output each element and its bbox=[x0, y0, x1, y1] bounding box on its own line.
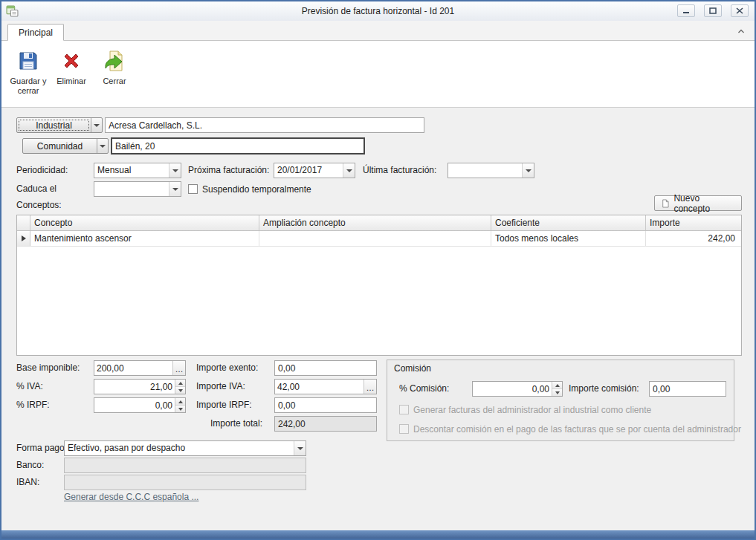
periodicidad-dropdown-arrow[interactable] bbox=[169, 163, 181, 178]
col-header-ampliacion[interactable]: Ampliación concepto bbox=[259, 215, 491, 230]
caduca-el-value bbox=[94, 182, 169, 196]
industrial-button-label: Industrial bbox=[17, 118, 91, 132]
forma-pago-dropdown-arrow[interactable] bbox=[294, 441, 306, 455]
suspendido-checkbox[interactable]: Suspendido temporalmente bbox=[188, 181, 311, 197]
proxima-facturacion-dropdown-arrow[interactable] bbox=[343, 163, 355, 178]
forma-pago-label: Forma pago: bbox=[16, 440, 67, 456]
comision-pct-down-button[interactable] bbox=[552, 388, 562, 396]
iva-pct-up-button[interactable] bbox=[175, 380, 185, 386]
importe-iva-input[interactable] bbox=[275, 380, 364, 394]
close-button[interactable] bbox=[731, 4, 749, 17]
caduca-el-dropdown-arrow[interactable] bbox=[169, 182, 181, 196]
irpf-pct-down-button[interactable] bbox=[175, 405, 185, 412]
comision-groupbox: Comisión % Comisión: Importe comisión: G… bbox=[387, 360, 734, 441]
iva-pct-spinner bbox=[94, 379, 186, 394]
save-and-close-label: Guardar y cerrar bbox=[8, 77, 48, 96]
iva-pct-down-button[interactable] bbox=[175, 386, 185, 394]
tab-principal[interactable]: Principal bbox=[7, 24, 64, 41]
comision-pct-input[interactable] bbox=[473, 382, 552, 396]
importe-irpf-input[interactable] bbox=[274, 397, 377, 413]
exit-door-icon bbox=[103, 49, 126, 73]
cell-coeficiente[interactable]: Todos menos locales bbox=[491, 231, 646, 246]
proxima-facturacion-value: 20/01/2017 bbox=[274, 163, 343, 178]
periodicidad-value: Mensual bbox=[94, 163, 169, 178]
grid-header-row: Concepto Ampliación concepto Coeficiente… bbox=[17, 215, 741, 231]
ribbon-collapse-button[interactable] bbox=[735, 26, 747, 36]
checkbox-box-icon bbox=[399, 424, 409, 434]
descontar-comision-checkbox: Descontar comisión en el pago de las fac… bbox=[399, 421, 741, 437]
ultima-facturacion-value bbox=[448, 163, 522, 178]
window: Previsión de factura horizontal - Id 201… bbox=[0, 0, 756, 540]
comision-pct-spinner bbox=[472, 381, 563, 397]
cell-concepto[interactable]: Mantenimiento ascensor bbox=[30, 231, 259, 246]
table-row[interactable]: Mantenimiento ascensor Todos menos local… bbox=[17, 231, 741, 247]
title-bar: Previsión de factura horizontal - Id 201 bbox=[1, 1, 755, 21]
generar-ccc-link[interactable]: Generar desde C.C.C española ... bbox=[64, 492, 198, 502]
irpf-pct-input[interactable] bbox=[94, 398, 175, 412]
base-imponible-ellipsis-button[interactable]: … bbox=[172, 361, 185, 375]
forma-pago-combo[interactable]: Efectivo, pasan por despacho bbox=[64, 440, 306, 456]
importe-comision-input[interactable] bbox=[649, 381, 726, 397]
comunidad-button-label: Comunidad bbox=[23, 139, 97, 153]
minimize-button[interactable] bbox=[677, 4, 695, 17]
proxima-facturacion-combo[interactable]: 20/01/2017 bbox=[274, 163, 355, 178]
close-form-button[interactable]: Cerrar bbox=[94, 43, 135, 105]
generar-facturas-checkbox: Generar facturas del administrador al in… bbox=[399, 402, 651, 417]
cell-ampliacion[interactable] bbox=[259, 231, 491, 246]
nuevo-concepto-button[interactable]: Nuevo concepto bbox=[654, 195, 742, 211]
importe-iva-ellipsis-button[interactable]: … bbox=[364, 380, 376, 394]
chevron-down-icon bbox=[172, 169, 178, 172]
comunidad-dropdown-arrow[interactable] bbox=[97, 139, 108, 153]
row-selector-cell[interactable] bbox=[17, 231, 30, 246]
caduca-el-combo[interactable] bbox=[94, 181, 181, 197]
ribbon-tabstrip: Principal bbox=[1, 21, 755, 41]
maximize-button[interactable] bbox=[704, 4, 722, 17]
close-form-label: Cerrar bbox=[103, 77, 126, 86]
grid-selector-header[interactable] bbox=[17, 215, 30, 230]
col-header-coeficiente[interactable]: Coeficiente bbox=[491, 215, 646, 230]
irpf-pct-spinner bbox=[94, 397, 186, 413]
irpf-pct-up-button[interactable] bbox=[175, 398, 185, 405]
window-title: Previsión de factura horizontal - Id 201 bbox=[1, 1, 755, 21]
checkbox-box-icon bbox=[399, 405, 409, 414]
col-header-concepto[interactable]: Concepto bbox=[30, 215, 259, 230]
spinner-up-icon bbox=[178, 400, 183, 403]
row-arrow-icon bbox=[22, 235, 26, 241]
save-and-close-button[interactable]: Guardar y cerrar bbox=[7, 43, 49, 105]
comunidad-button[interactable]: Comunidad bbox=[22, 138, 109, 154]
importe-total-label: Importe total: bbox=[210, 416, 262, 432]
spinner-down-icon bbox=[178, 389, 183, 392]
comision-pct-label: % Comisión: bbox=[399, 381, 449, 397]
chevron-down-icon bbox=[94, 124, 100, 127]
tab-principal-label: Principal bbox=[19, 27, 53, 38]
proxima-facturacion-label: Próxima facturación: bbox=[188, 163, 269, 178]
chevron-down-icon bbox=[172, 188, 178, 191]
base-imponible-field: … bbox=[94, 360, 186, 376]
importe-exento-label: Importe exento: bbox=[196, 360, 258, 376]
chevron-down-icon bbox=[346, 169, 352, 172]
industrial-input[interactable] bbox=[105, 117, 424, 133]
industrial-button[interactable]: Industrial bbox=[16, 117, 103, 133]
cell-importe[interactable]: 242,00 bbox=[646, 231, 741, 246]
checkbox-box-icon bbox=[188, 184, 198, 194]
base-imponible-input[interactable] bbox=[94, 361, 172, 375]
col-header-importe[interactable]: Importe bbox=[646, 215, 741, 230]
comision-pct-up-button[interactable] bbox=[552, 382, 562, 388]
delete-button[interactable]: Eliminar bbox=[51, 43, 92, 105]
importe-comision-label: Importe comisión: bbox=[569, 381, 639, 397]
periodicidad-combo[interactable]: Mensual bbox=[94, 163, 181, 178]
delete-label: Eliminar bbox=[56, 77, 86, 86]
importe-exento-input[interactable] bbox=[274, 360, 377, 376]
comision-group-title: Comisión bbox=[394, 363, 431, 374]
ultima-facturacion-dropdown-arrow[interactable] bbox=[522, 163, 534, 178]
industrial-dropdown-arrow[interactable] bbox=[91, 118, 102, 132]
conceptos-section-label: Conceptos: bbox=[16, 198, 62, 213]
importe-total-field bbox=[274, 416, 377, 432]
nuevo-concepto-label: Nuevo concepto bbox=[673, 193, 735, 214]
conceptos-grid: Concepto Ampliación concepto Coeficiente… bbox=[16, 215, 742, 356]
iva-pct-input[interactable] bbox=[94, 380, 175, 394]
base-imponible-label: Base imponible: bbox=[16, 360, 80, 376]
banco-input bbox=[64, 458, 306, 473]
ultima-facturacion-combo[interactable] bbox=[448, 163, 534, 178]
comunidad-input[interactable] bbox=[111, 137, 365, 154]
